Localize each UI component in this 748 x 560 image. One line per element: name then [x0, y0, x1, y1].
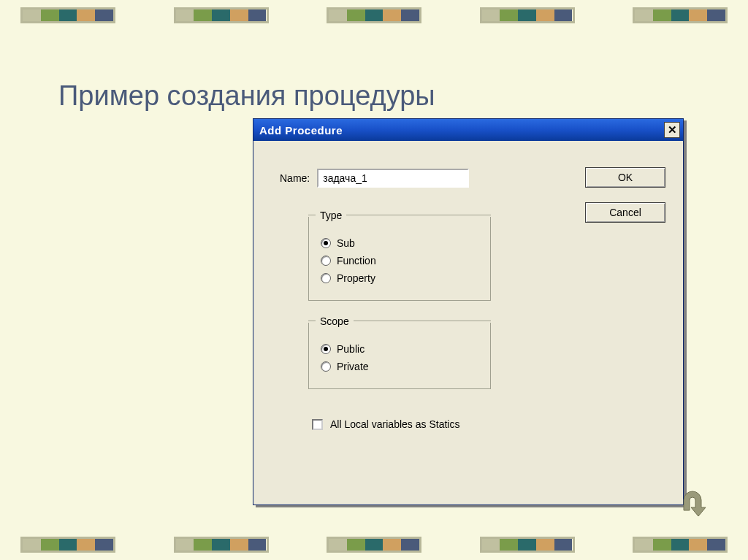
radio-label-sub: Sub	[337, 237, 355, 249]
name-label: Name:	[280, 172, 310, 184]
scope-group: Scope Public Private	[308, 323, 491, 389]
radio-icon	[321, 361, 331, 372]
radio-label-function: Function	[337, 255, 376, 266]
ok-button[interactable]: OK	[585, 167, 665, 188]
scope-legend: Scope	[316, 315, 354, 327]
radio-sub[interactable]: Sub	[321, 237, 478, 249]
type-group: Type Sub Function Property	[308, 217, 491, 301]
radio-property[interactable]: Property	[321, 272, 478, 284]
titlebar: Add Procedure ✕	[253, 119, 683, 141]
radio-label-private: Private	[337, 361, 369, 372]
decoration-bottom	[0, 537, 748, 553]
radio-icon	[321, 344, 331, 354]
type-legend: Type	[316, 210, 346, 221]
dialog-body: Name: Type Sub Function Property Scope P…	[253, 141, 683, 505]
return-icon[interactable]	[676, 488, 711, 523]
radio-private[interactable]: Private	[321, 361, 478, 372]
close-icon: ✕	[668, 123, 677, 137]
statics-checkbox-label: All Local variables as Statics	[330, 418, 459, 430]
radio-icon	[321, 273, 331, 283]
button-column: OK Cancel	[585, 167, 665, 223]
name-input[interactable]	[317, 169, 469, 188]
page-title: Пример создания процедуры	[58, 80, 435, 112]
radio-icon	[321, 256, 331, 266]
add-procedure-dialog: Add Procedure ✕ Name: Type Sub Function …	[253, 118, 684, 505]
radio-label-property: Property	[337, 272, 375, 284]
close-button[interactable]: ✕	[664, 122, 680, 138]
cancel-button[interactable]: Cancel	[585, 202, 665, 223]
radio-icon	[321, 238, 331, 248]
dialog-title: Add Procedure	[259, 124, 343, 137]
statics-checkbox-row[interactable]: All Local variables as Statics	[312, 418, 668, 430]
radio-public[interactable]: Public	[321, 343, 478, 355]
radio-function[interactable]: Function	[321, 255, 478, 266]
decoration-top	[0, 7, 748, 23]
radio-label-public: Public	[337, 343, 365, 355]
checkbox-icon	[312, 419, 323, 430]
